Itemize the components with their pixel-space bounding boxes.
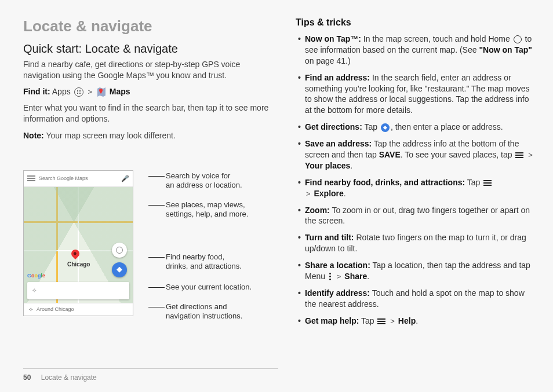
note-line: Note: Your map screen may look different… <box>23 130 278 141</box>
callout-voice-2: an address or location. <box>166 181 242 190</box>
compass-icon: ✧ <box>32 287 37 294</box>
callout-menu-2: settings, help, and more. <box>166 210 248 219</box>
map-city-label: Chicago <box>67 261 90 268</box>
tip-share-location: Share a location: Tap a location, then t… <box>298 260 536 282</box>
menu-icon <box>515 152 523 158</box>
find-it-label: Find it: <box>23 87 50 96</box>
section-subtitle: Quick start: Locate & navigate <box>23 42 278 56</box>
phone-mockup: 🎤 Chicago Google ✧ ✧ Around Chic <box>23 170 133 316</box>
enter-text: Enter what you want to find in the searc… <box>23 102 278 124</box>
tip-get-directions: Get directions: Tap , then enter a place… <box>298 122 536 133</box>
menu-icon <box>483 180 492 186</box>
find-it-maps: Maps <box>110 87 130 96</box>
explore-card[interactable]: ✧ <box>27 282 129 299</box>
callouts: Search by voice for an address or locati… <box>143 170 278 316</box>
note-text: Your map screen may look different. <box>46 131 175 140</box>
directions-icon <box>381 123 390 132</box>
tips-heading: Tips & tricks <box>296 17 536 28</box>
note-label: Note: <box>23 131 44 140</box>
callout-food: Find nearby food, <box>166 252 242 262</box>
page-footer: 50 Locate & navigate <box>23 373 97 382</box>
callout-directions: Get directions and <box>166 302 242 312</box>
intro-text: Find a nearby cafe, get directions or st… <box>23 59 278 81</box>
tip-turn-tilt: Turn and tilt: Rotate two fingers on the… <box>298 232 536 254</box>
around-label: Around Chicago <box>37 306 74 312</box>
mic-icon[interactable]: 🎤 <box>121 175 129 182</box>
tip-save-address: Save an address: Tap the address info at… <box>298 138 536 171</box>
menu-icon <box>377 318 385 324</box>
callout-directions-2: navigation instructions. <box>166 312 242 321</box>
tip-identify-address: Identify address: Touch and hold a spot … <box>298 288 536 310</box>
callout-voice: Search by voice for <box>166 171 242 181</box>
callout-menu: See places, map views, <box>166 200 248 210</box>
page-title: Locate & navigate <box>23 17 278 35</box>
my-location-button[interactable] <box>112 243 127 258</box>
map-pin-icon[interactable] <box>70 248 81 259</box>
nav-icon: ✧ <box>28 306 33 313</box>
hamburger-icon[interactable] <box>27 175 35 181</box>
overflow-icon <box>329 273 332 281</box>
callout-food-2: drinks, and attractions. <box>166 262 242 271</box>
callout-location: See your current location. <box>166 283 252 292</box>
tip-map-help: Get map help: Tap > Help. <box>298 316 536 327</box>
footer-rule <box>23 368 278 369</box>
tip-find-address: Find an address: In the search field, en… <box>298 72 536 116</box>
map-canvas[interactable]: Chicago Google ✧ <box>24 187 133 303</box>
directions-button[interactable] <box>112 262 127 277</box>
tip-now-on-tap: Now on Tap™: In the map screen, touch an… <box>298 34 536 67</box>
chevron-icon: > <box>88 87 92 96</box>
find-it-line: Find it: Apps > Maps <box>23 87 278 97</box>
home-icon <box>514 35 522 43</box>
map-search-bar[interactable]: 🎤 <box>24 171 133 187</box>
search-input[interactable] <box>39 175 118 181</box>
footer-section: Locate & navigate <box>41 373 97 382</box>
page-number: 50 <box>23 373 31 382</box>
tip-find-nearby: Find nearby food, drinks, and attraction… <box>298 177 536 199</box>
google-logo: Google <box>27 273 45 279</box>
tip-zoom: Zoom: To zoom in or out, drag two finger… <box>298 205 536 227</box>
around-row[interactable]: ✧ Around Chicago <box>24 303 133 316</box>
apps-icon <box>74 87 83 97</box>
find-it-apps: Apps <box>52 87 71 96</box>
maps-icon <box>97 87 106 97</box>
